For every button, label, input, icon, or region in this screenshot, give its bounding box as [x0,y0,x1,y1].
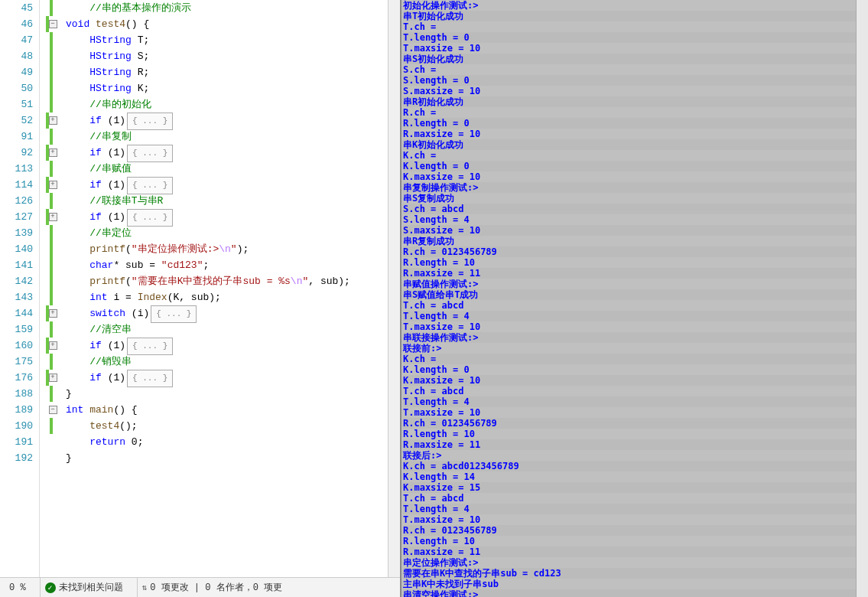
zoom-level[interactable]: 0 % [5,578,31,597]
code-line[interactable]: test4(); [66,418,400,434]
fold-collapse-icon[interactable]: − [49,406,57,414]
code-line[interactable]: //串的基本操作的演示 [66,0,400,16]
code-line[interactable]: } [66,386,400,402]
output-line: K.ch = [403,150,866,161]
code-line[interactable]: if (1){ ... } [66,370,400,386]
code-line[interactable]: int main() { [66,402,400,418]
output-pane-wrap: 初始化操作测试:>串T初始化成功T.ch =T.length = 0T.maxs… [401,0,868,597]
fold-expand-icon[interactable]: + [49,116,57,125]
fold-expand-icon[interactable]: + [49,148,57,157]
output-line: K.ch = [403,354,866,364]
folded-region-stub[interactable]: { ... } [127,209,173,227]
line-number: 51 [0,96,33,113]
fold-expand-icon[interactable]: + [49,374,57,382]
line-number: 188 [0,386,33,402]
fold-row: + [40,338,63,354]
line-number: 143 [0,289,33,305]
editor-scrollbar-vertical[interactable] [388,0,400,577]
code-line[interactable]: } [66,450,400,466]
change-bar [50,193,53,209]
output-line: S.length = 0 [403,75,866,86]
code-line[interactable]: //联接串T与串R [66,193,400,209]
folded-region-stub[interactable]: { ... } [127,370,173,387]
code-line[interactable]: char* sub = "cd123"; [66,257,400,273]
change-bar [50,64,53,80]
code-line[interactable]: int i = Index(K, sub); [66,289,400,305]
code-line[interactable]: return 0; [66,434,400,450]
line-number: 192 [0,450,33,466]
output-scrollbar-vertical[interactable] [856,0,868,597]
fold-expand-icon[interactable]: + [49,213,57,221]
fold-row: + [40,209,63,225]
folded-region-stub[interactable]: { ... } [127,145,173,162]
output-line: T.ch = abcd [403,300,866,311]
fold-row [40,80,63,96]
code-line[interactable]: if (1){ ... } [66,209,400,225]
change-bar [50,80,53,96]
line-number: 190 [0,418,33,434]
change-bar [50,161,53,177]
issues-segment[interactable]: ✓ 未找到相关问题 [40,578,128,597]
code-line[interactable]: //串定位 [66,225,400,241]
changes-segment[interactable]: ⇅ 0 项更改 | 0 名作者，0 项更 [137,578,287,597]
fold-row [40,96,63,113]
fold-expand-icon[interactable]: + [49,309,57,318]
folded-region-stub[interactable]: { ... } [127,113,173,130]
code-line[interactable]: //清空串 [66,321,400,338]
line-number: 191 [0,434,33,450]
change-bar [50,0,53,16]
line-number: 140 [0,241,33,257]
code-line[interactable]: switch (i){ ... } [66,305,400,321]
code-line[interactable]: HString R; [66,64,400,80]
fold-row [40,257,63,273]
fold-row: + [40,177,63,193]
output-line: K.ch = abcd0123456789 [403,461,866,471]
output-line: R.length = 10 [403,429,866,439]
change-bar [50,129,53,145]
code-line[interactable]: HString K; [66,80,400,96]
code-line[interactable]: if (1){ ... } [66,145,400,161]
fold-expand-icon[interactable]: + [49,341,57,350]
output-line: T.maxsize = 10 [403,407,866,418]
code-line[interactable]: //串赋值 [66,161,400,177]
output-line: R.length = 10 [403,257,866,268]
code-line[interactable]: void test4() { [66,16,400,32]
change-bar [50,225,53,241]
output-line: 串K初始化成功 [403,139,866,150]
line-number: 49 [0,64,33,80]
code-text[interactable]: //串的基本操作的演示void test4() { HString T; HSt… [63,0,400,577]
code-line[interactable]: //串复制 [66,129,400,145]
change-bar [50,257,53,273]
line-number: 46 [0,16,33,32]
output-line: T.ch = abcd [403,493,866,504]
code-line[interactable]: printf("需要在串K中查找的子串sub = %s\n", sub); [66,273,400,289]
change-bar [50,32,53,48]
fold-row [40,386,63,402]
line-number: 159 [0,321,33,338]
output-line: 联接前:> [403,343,866,354]
folded-region-stub[interactable]: { ... } [151,305,197,323]
change-bar [50,321,53,338]
output-line: R.maxsize = 11 [403,268,866,279]
code-area[interactable]: 4546474849505152919211311412612713914014… [0,0,400,577]
fold-row [40,0,63,16]
console-output[interactable]: 初始化操作测试:>串T初始化成功T.ch =T.length = 0T.maxs… [401,0,868,597]
change-bar [50,386,53,402]
folded-region-stub[interactable]: { ... } [127,177,173,194]
output-line: S.maxsize = 10 [403,225,866,236]
output-line: R.length = 0 [403,118,866,129]
fold-expand-icon[interactable]: + [49,181,57,189]
code-line[interactable]: printf("串定位操作测试:>\n"); [66,241,400,257]
output-line: R.maxsize = 11 [403,439,866,450]
fold-collapse-icon[interactable]: − [49,20,57,28]
code-line[interactable]: //串的初始化 [66,96,400,113]
code-line[interactable]: HString T; [66,32,400,48]
code-line[interactable]: HString S; [66,48,400,64]
code-line[interactable]: //销毁串 [66,354,400,370]
code-line[interactable]: if (1){ ... } [66,338,400,354]
output-line: 串S初始化成功 [403,54,866,64]
code-line[interactable]: if (1){ ... } [66,177,400,193]
folded-region-stub[interactable]: { ... } [127,338,173,355]
output-line: 串赋值操作测试:> [403,279,866,289]
code-line[interactable]: if (1){ ... } [66,113,400,129]
